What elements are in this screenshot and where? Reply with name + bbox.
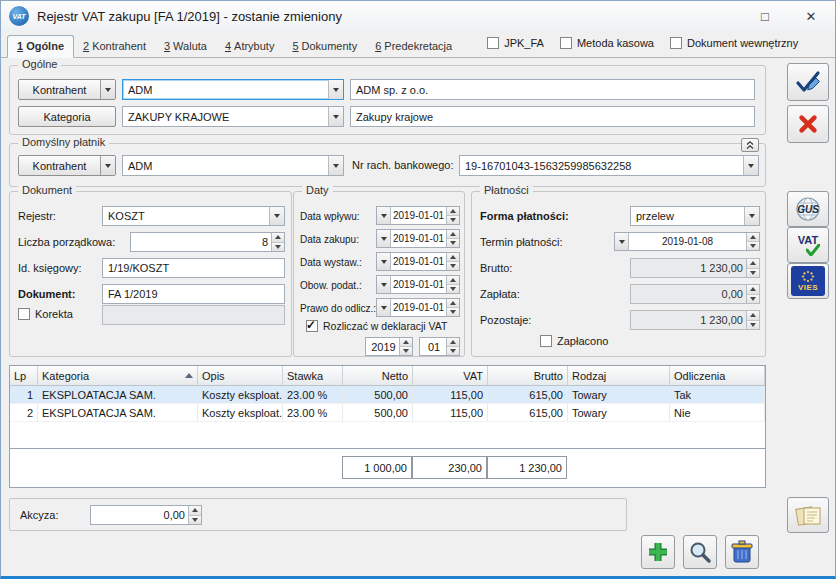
spin-up-button[interactable] xyxy=(447,338,459,346)
spinner[interactable] xyxy=(446,207,459,224)
spinner[interactable] xyxy=(271,233,284,251)
spinner[interactable] xyxy=(446,299,459,316)
kategoria-button[interactable]: Kategoria xyxy=(18,106,116,127)
spin-down-button[interactable] xyxy=(447,346,459,355)
zaplata-field[interactable]: 0,00 xyxy=(630,284,760,304)
rejestr-combo[interactable]: KOSZT xyxy=(102,206,285,226)
column-header-rodzaj[interactable]: Rodzaj xyxy=(568,366,670,385)
metoda-kasowa-checkbox[interactable]: Metoda kasowa xyxy=(560,37,654,49)
data-zakupu-field[interactable]: 2019-01-01 xyxy=(376,229,460,248)
chevron-down-icon[interactable] xyxy=(100,156,115,175)
column-header-stawka[interactable]: Stawka xyxy=(283,366,343,385)
spinner[interactable] xyxy=(746,233,759,250)
spinner[interactable] xyxy=(446,230,459,247)
spin-down-button[interactable] xyxy=(447,284,459,293)
termin-platnosci-field[interactable]: 2019-01-08 xyxy=(614,232,760,251)
spin-up-button[interactable] xyxy=(447,207,459,215)
column-header-kategoria[interactable]: Kategoria xyxy=(38,366,198,385)
dropdown-button[interactable] xyxy=(744,207,759,225)
vies-button[interactable]: VIES xyxy=(787,263,829,299)
platnik-kontrahent-combo[interactable]: ADM xyxy=(122,155,344,176)
forma-platnosci-combo[interactable]: przelew xyxy=(630,206,760,226)
rok-field[interactable]: 2019 xyxy=(365,337,413,356)
checkbox-box[interactable] xyxy=(306,320,318,332)
tab-atrybuty[interactable]: 4Atrybuty xyxy=(216,36,283,57)
column-header-vat[interactable]: VAT xyxy=(413,366,488,385)
delete-row-button[interactable] xyxy=(725,535,759,569)
bank-account-combo[interactable]: 19-16701043-1563259985632258 xyxy=(459,155,759,176)
dokument-wewnetrzny-checkbox[interactable]: Dokument wewnętrzny xyxy=(670,37,798,49)
spin-up-button[interactable] xyxy=(447,299,459,307)
spin-down-button[interactable] xyxy=(747,294,759,304)
column-header-lp[interactable]: Lp xyxy=(10,366,38,385)
kontrahent-name-field[interactable]: ADM sp. z o.o. xyxy=(350,79,755,100)
spin-down-button[interactable] xyxy=(447,215,459,224)
maximize-button[interactable]: □ xyxy=(753,6,777,26)
akcyza-field[interactable]: 0,00 xyxy=(90,505,202,525)
spin-up-button[interactable] xyxy=(747,285,759,294)
close-button[interactable]: ✕ xyxy=(799,6,823,26)
dropdown-button[interactable] xyxy=(328,156,343,175)
spinner[interactable] xyxy=(399,338,412,355)
kontrahent-button[interactable]: Kontrahent xyxy=(18,79,116,100)
rozliczac-vat-checkbox[interactable]: Rozliczać w deklaracji VAT xyxy=(306,320,447,332)
collapse-panel-button[interactable] xyxy=(741,138,759,152)
spin-down-button[interactable] xyxy=(447,261,459,270)
column-header-odliczenia[interactable]: Odliczenia xyxy=(670,366,765,385)
dropdown-button[interactable] xyxy=(328,80,343,99)
spin-up-button[interactable] xyxy=(400,338,412,346)
column-header-brutto[interactable]: Brutto xyxy=(488,366,568,385)
zaplacono-checkbox[interactable]: Zapłacono xyxy=(540,335,608,347)
table-row[interactable]: 2 EKSPLOATACJA SAM. Koszty eksploat... 2… xyxy=(10,404,765,422)
spinner[interactable] xyxy=(446,276,459,293)
save-button[interactable] xyxy=(787,63,829,101)
spinner[interactable] xyxy=(746,285,759,303)
column-header-opis[interactable]: Opis xyxy=(198,366,283,385)
spin-down-button[interactable] xyxy=(447,238,459,247)
tab-ogolne[interactable]: 1Ogólne xyxy=(7,35,74,58)
kategoria-desc-field[interactable]: Zakupy krajowe xyxy=(350,106,755,127)
spin-down-button[interactable] xyxy=(447,307,459,316)
platnik-kontrahent-button[interactable]: Kontrahent xyxy=(18,155,116,176)
dropdown-button[interactable] xyxy=(328,107,343,126)
spin-up-button[interactable] xyxy=(447,253,459,261)
id-ksiegowy-field[interactable]: 1/19/KOSZT xyxy=(102,258,285,278)
gus-button[interactable]: GUS xyxy=(787,191,829,227)
spin-up-button[interactable] xyxy=(447,230,459,238)
vat-status-button[interactable]: VAT xyxy=(787,227,829,263)
tab-kontrahent[interactable]: 2Kontrahent xyxy=(74,36,155,57)
calendar-dropdown-button[interactable] xyxy=(377,276,391,293)
kategoria-code-combo[interactable]: ZAKUPY KRAJOWE xyxy=(122,106,344,127)
kontrahent-code-combo[interactable]: ADM xyxy=(122,79,344,100)
checkbox-box[interactable] xyxy=(18,308,30,320)
calendar-dropdown-button[interactable] xyxy=(615,233,629,250)
tab-predekretacja[interactable]: 6Predekretacja xyxy=(366,36,461,57)
obowiazek-podatkowy-field[interactable]: 2019-01-01 xyxy=(376,275,460,294)
checkbox-box[interactable] xyxy=(560,37,572,49)
spin-up-button[interactable] xyxy=(189,506,201,515)
dokument-number-field[interactable]: FA 1/2019 xyxy=(102,284,285,304)
data-wplywu-field[interactable]: 2019-01-01 xyxy=(376,206,460,225)
calendar-dropdown-button[interactable] xyxy=(377,299,391,316)
documents-button[interactable] xyxy=(787,497,829,533)
checkbox-box[interactable] xyxy=(540,335,552,347)
spin-down-button[interactable] xyxy=(189,515,201,525)
cancel-button[interactable] xyxy=(787,105,829,143)
liczba-porzadkowa-field[interactable]: 8 xyxy=(130,232,285,252)
prawo-odliczenia-field[interactable]: 2019-01-01 xyxy=(376,298,460,317)
data-wystawienia-field[interactable]: 2019-01-01 xyxy=(376,252,460,271)
checkbox-box[interactable] xyxy=(487,37,499,49)
add-row-button[interactable] xyxy=(641,535,675,569)
korekta-checkbox[interactable]: Korekta xyxy=(18,308,73,320)
dropdown-button[interactable] xyxy=(743,156,758,175)
spinner[interactable] xyxy=(446,253,459,270)
spinner[interactable] xyxy=(446,338,459,355)
spin-up-button[interactable] xyxy=(747,233,759,241)
spin-up-button[interactable] xyxy=(272,233,284,242)
spin-up-button[interactable] xyxy=(447,276,459,284)
chevron-down-icon[interactable] xyxy=(100,80,115,99)
dropdown-button[interactable] xyxy=(269,207,284,225)
calendar-dropdown-button[interactable] xyxy=(377,230,391,247)
spin-down-button[interactable] xyxy=(747,241,759,250)
spin-down-button[interactable] xyxy=(272,242,284,252)
